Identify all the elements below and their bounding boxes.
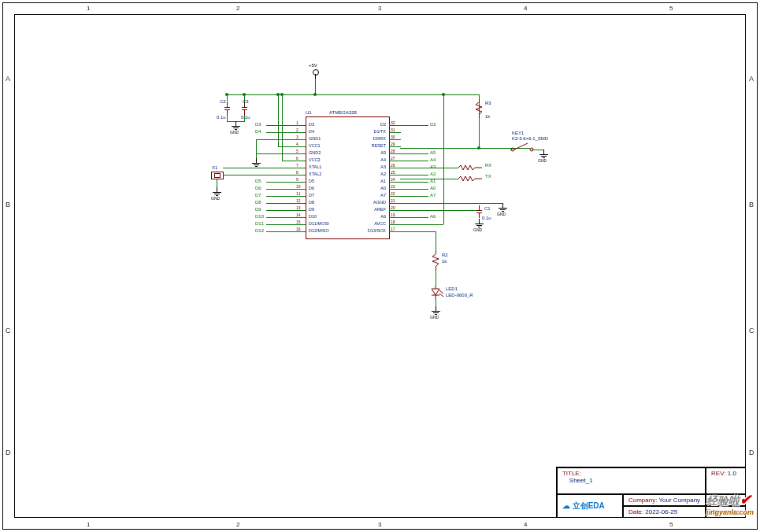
- r3-ref: R3: [485, 101, 491, 105]
- pin-name: A5: [359, 150, 386, 155]
- wire: [401, 217, 428, 218]
- pin-num: 4: [296, 142, 298, 146]
- wire: [244, 115, 245, 121]
- ruler-right-d: D: [749, 449, 754, 456]
- c3-ref: C3: [243, 99, 249, 104]
- wire: [436, 231, 436, 251]
- pin-stub: [294, 224, 306, 225]
- pin-num: 17: [391, 227, 395, 231]
- pin-num: 14: [296, 212, 301, 217]
- pin-name: D7: [309, 193, 314, 198]
- pin-num: 8: [296, 170, 298, 175]
- netlabel: A5: [430, 150, 436, 155]
- c1-ref: C1: [484, 206, 491, 211]
- crystal-x1: [211, 172, 224, 179]
- netlabel: D8: [255, 200, 261, 205]
- pin-stub: [389, 231, 401, 232]
- pin-name: A2: [359, 172, 386, 176]
- sheet-label: Sheet:: [711, 497, 729, 504]
- pin-name: D10: [309, 214, 317, 219]
- wire: [266, 231, 294, 232]
- pin-stub: [294, 182, 306, 183]
- pin-name: A4: [359, 157, 386, 162]
- pin-name: XTAL2: [309, 172, 321, 176]
- pin-num: 16: [296, 227, 301, 231]
- drawn-label: Drawn By:: [711, 508, 740, 515]
- wire: [256, 153, 294, 154]
- r2-ref: R2: [442, 253, 448, 257]
- c1-val: 0.1u: [482, 216, 491, 220]
- wire: [217, 179, 217, 187]
- rev-label: REV:: [711, 470, 725, 477]
- ruler-bot-2: 2: [236, 521, 239, 528]
- pin-stub: [389, 153, 401, 154]
- ruler-left-b: B: [6, 201, 10, 209]
- wire: [282, 94, 283, 161]
- pin-num: 11: [296, 191, 301, 196]
- pin-stub: [294, 161, 306, 161]
- pin-name: D11/MOSI: [309, 221, 329, 226]
- pin-stub: [389, 182, 401, 183]
- svg-line-9: [439, 290, 443, 294]
- pin-name: VCC2: [309, 157, 321, 162]
- wire: [436, 270, 436, 286]
- ruler-top-4: 4: [524, 5, 527, 12]
- u1-ref: U1: [306, 110, 312, 115]
- pin-num: 31: [391, 127, 395, 132]
- junction: [477, 146, 480, 150]
- x1-ref: X1: [212, 165, 217, 170]
- wire: [223, 168, 294, 168]
- title-block: TITLE: Sheet_1 REV: 1.0 ☁ 立创EDA Company:…: [556, 467, 746, 518]
- pin-num: 27: [391, 156, 395, 161]
- ruler-top-1: 1: [87, 5, 90, 12]
- pin-stub: [294, 196, 306, 197]
- led1-val: LED-0603_R: [446, 293, 473, 297]
- pin-num: 20: [391, 205, 395, 210]
- netlabel: D11: [255, 221, 264, 226]
- wire: [227, 115, 228, 121]
- pin-name: GND2: [309, 150, 321, 155]
- netlabel: D2: [430, 122, 436, 127]
- r3-val: 1k: [485, 114, 490, 119]
- pin-stub: [294, 153, 306, 154]
- wire: [400, 224, 443, 225]
- title-value: Sheet_1: [569, 477, 593, 484]
- pin-num: 15: [296, 220, 301, 224]
- pin-stub: [294, 132, 306, 133]
- pin-name: A7: [359, 193, 386, 198]
- pin-stub: [389, 146, 401, 147]
- pin-name: RESET: [359, 143, 386, 148]
- wire: [400, 231, 436, 232]
- svg-marker-6: [432, 289, 439, 295]
- pin-name: AVCC: [359, 221, 386, 226]
- pin-num: 24: [391, 177, 395, 182]
- wire: [266, 182, 294, 183]
- wire: [400, 179, 458, 179]
- pin-name: D5: [309, 179, 314, 183]
- pin-name: GND1: [309, 136, 321, 141]
- ruler-top-3: 3: [378, 5, 381, 12]
- ruler-top-5: 5: [669, 5, 673, 12]
- pin-stub: [389, 168, 401, 168]
- netlabel: D6: [255, 186, 261, 190]
- pin-name: D3: [309, 122, 314, 127]
- pin-num: 12: [296, 198, 301, 203]
- pin-num: 30: [391, 135, 395, 139]
- pin-stub: [389, 132, 401, 133]
- pin-name: XTAL1: [309, 164, 321, 169]
- pin-num: 1: [296, 120, 298, 125]
- pin-num: 18: [391, 220, 395, 224]
- pin-name: AREF: [359, 207, 386, 212]
- junction: [225, 93, 228, 96]
- pin-stub: [294, 210, 306, 211]
- netlabel: D5: [255, 179, 261, 183]
- pin-name: A6: [359, 214, 386, 219]
- pin-stub: [389, 224, 401, 225]
- pin-num: 22: [391, 191, 395, 196]
- pin-num: 2: [296, 127, 298, 132]
- netlabel: A0: [430, 186, 436, 190]
- pin-name: D6: [309, 186, 314, 190]
- c3-val: 0.1u: [241, 115, 250, 120]
- pin-stub: [389, 175, 401, 175]
- pin-stub: [389, 217, 401, 218]
